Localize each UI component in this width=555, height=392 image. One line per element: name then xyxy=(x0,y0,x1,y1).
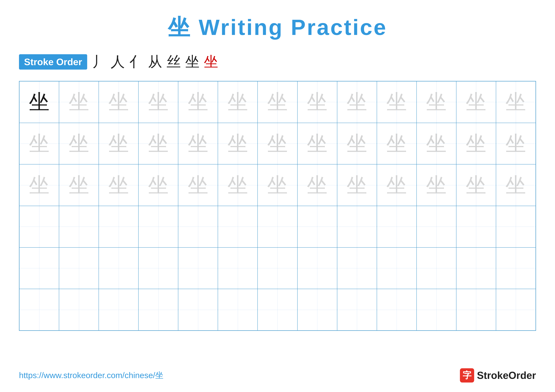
cell-r6-c3[interactable] xyxy=(99,289,139,330)
cell-r2-c8[interactable]: 坐 xyxy=(297,123,337,164)
cell-r6-c10[interactable] xyxy=(377,289,416,330)
cell-r4-c13[interactable] xyxy=(496,206,536,248)
cell-r2-c5[interactable]: 坐 xyxy=(178,123,218,164)
char-r3-c9: 坐 xyxy=(347,175,367,195)
cell-r1-c4[interactable]: 坐 xyxy=(139,81,178,123)
cell-r1-c1[interactable]: 坐 xyxy=(19,81,59,123)
cell-r1-c9[interactable]: 坐 xyxy=(337,81,377,123)
cell-r6-c5[interactable] xyxy=(178,289,218,330)
cell-r4-c4[interactable] xyxy=(139,206,178,248)
cell-r1-c8[interactable]: 坐 xyxy=(297,81,337,123)
cell-r4-c12[interactable] xyxy=(456,206,496,248)
cell-r1-c11[interactable]: 坐 xyxy=(416,81,456,123)
cell-r6-c13[interactable] xyxy=(496,289,536,330)
char-r1-c8: 坐 xyxy=(307,92,328,112)
cell-r3-c9[interactable]: 坐 xyxy=(337,164,377,206)
char-r1-c6: 坐 xyxy=(227,92,248,112)
cell-r2-c1[interactable]: 坐 xyxy=(19,123,59,164)
cell-r4-c11[interactable] xyxy=(416,206,456,248)
cell-r5-c5[interactable] xyxy=(178,248,218,289)
cell-r5-c2[interactable] xyxy=(59,248,99,289)
stroke-4: 从 xyxy=(148,52,162,71)
cell-r4-c1[interactable] xyxy=(19,206,59,248)
cell-r1-c2[interactable]: 坐 xyxy=(59,81,99,123)
cell-r3-c6[interactable]: 坐 xyxy=(218,164,258,206)
cell-r6-c8[interactable] xyxy=(297,289,337,330)
char-r1-c5: 坐 xyxy=(188,92,208,112)
char-r2-c3: 坐 xyxy=(108,133,129,154)
cell-r4-c10[interactable] xyxy=(377,206,416,248)
cell-r1-c7[interactable]: 坐 xyxy=(258,81,297,123)
cell-r2-c13[interactable]: 坐 xyxy=(496,123,536,164)
char-r2-c7: 坐 xyxy=(267,133,288,154)
cell-r5-c8[interactable] xyxy=(297,248,337,289)
cell-r4-c5[interactable] xyxy=(178,206,218,248)
cell-r2-c10[interactable]: 坐 xyxy=(377,123,416,164)
cell-r2-c4[interactable]: 坐 xyxy=(139,123,178,164)
logo-char: 字 xyxy=(463,369,471,381)
cell-r5-c13[interactable] xyxy=(496,248,536,289)
footer-url[interactable]: https://www.strokeorder.com/chinese/坐 xyxy=(19,370,163,381)
cell-r5-c11[interactable] xyxy=(416,248,456,289)
cell-r3-c8[interactable]: 坐 xyxy=(297,164,337,206)
char-r1-c4: 坐 xyxy=(148,92,169,112)
cell-r2-c12[interactable]: 坐 xyxy=(456,123,496,164)
cell-r2-c7[interactable]: 坐 xyxy=(258,123,297,164)
cell-r3-c10[interactable]: 坐 xyxy=(377,164,416,206)
cell-r6-c11[interactable] xyxy=(416,289,456,330)
cell-r5-c6[interactable] xyxy=(218,248,258,289)
char-r2-c2: 坐 xyxy=(69,133,89,154)
logo-text: StrokeOrder xyxy=(477,370,536,381)
cell-r2-c11[interactable]: 坐 xyxy=(416,123,456,164)
footer: https://www.strokeorder.com/chinese/坐 字 … xyxy=(19,368,536,383)
cell-r4-c2[interactable] xyxy=(59,206,99,248)
cell-r2-c6[interactable]: 坐 xyxy=(218,123,258,164)
cell-r3-c1[interactable]: 坐 xyxy=(19,164,59,206)
cell-r5-c12[interactable] xyxy=(456,248,496,289)
cell-r5-c9[interactable] xyxy=(337,248,377,289)
cell-r5-c1[interactable] xyxy=(19,248,59,289)
cell-r3-c4[interactable]: 坐 xyxy=(139,164,178,206)
cell-r3-c5[interactable]: 坐 xyxy=(178,164,218,206)
footer-logo: 字 StrokeOrder xyxy=(460,368,536,383)
cell-r1-c12[interactable]: 坐 xyxy=(456,81,496,123)
cell-r3-c3[interactable]: 坐 xyxy=(99,164,139,206)
cell-r5-c3[interactable] xyxy=(99,248,139,289)
cell-r6-c6[interactable] xyxy=(218,289,258,330)
cell-r3-c13[interactable]: 坐 xyxy=(496,164,536,206)
char-r3-c4: 坐 xyxy=(148,175,169,195)
char-r1-c13: 坐 xyxy=(505,92,526,112)
cell-r5-c10[interactable] xyxy=(377,248,416,289)
cell-r2-c2[interactable]: 坐 xyxy=(59,123,99,164)
cell-r3-c2[interactable]: 坐 xyxy=(59,164,99,206)
cell-r1-c6[interactable]: 坐 xyxy=(218,81,258,123)
cell-r6-c9[interactable] xyxy=(337,289,377,330)
cell-r1-c13[interactable]: 坐 xyxy=(496,81,536,123)
cell-r4-c9[interactable] xyxy=(337,206,377,248)
char-r1-c3: 坐 xyxy=(108,92,129,112)
cell-r6-c12[interactable] xyxy=(456,289,496,330)
cell-r3-c7[interactable]: 坐 xyxy=(258,164,297,206)
cell-r6-c7[interactable] xyxy=(258,289,297,330)
char-r3-c1: 坐 xyxy=(29,175,50,195)
cell-r4-c7[interactable] xyxy=(258,206,297,248)
cell-r4-c8[interactable] xyxy=(297,206,337,248)
cell-r5-c7[interactable] xyxy=(258,248,297,289)
cell-r2-c3[interactable]: 坐 xyxy=(99,123,139,164)
char-r2-c1: 坐 xyxy=(29,133,50,154)
cell-r4-c6[interactable] xyxy=(218,206,258,248)
cell-r6-c4[interactable] xyxy=(139,289,178,330)
cell-r1-c10[interactable]: 坐 xyxy=(377,81,416,123)
cell-r1-c5[interactable]: 坐 xyxy=(178,81,218,123)
cell-r6-c2[interactable] xyxy=(59,289,99,330)
cell-r5-c4[interactable] xyxy=(139,248,178,289)
cell-r3-c12[interactable]: 坐 xyxy=(456,164,496,206)
char-r3-c12: 坐 xyxy=(466,175,486,195)
cell-r6-c1[interactable] xyxy=(19,289,59,330)
cell-r1-c3[interactable]: 坐 xyxy=(99,81,139,123)
cell-r3-c11[interactable]: 坐 xyxy=(416,164,456,206)
cell-r4-c3[interactable] xyxy=(99,206,139,248)
char-r2-c9: 坐 xyxy=(347,133,367,154)
cell-r2-c9[interactable]: 坐 xyxy=(337,123,377,164)
char-r2-c8: 坐 xyxy=(307,133,328,154)
